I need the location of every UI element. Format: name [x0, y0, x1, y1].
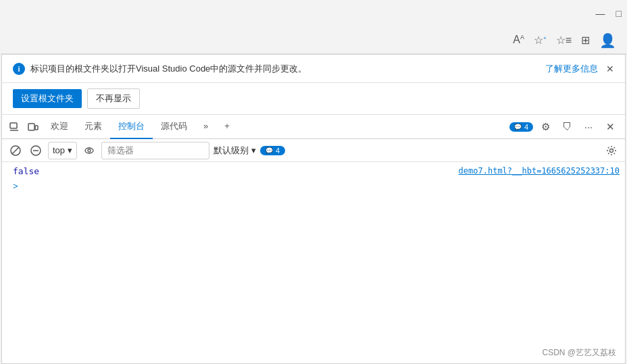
console-toolbar: top ▾ 默认级别 ▾ 💬 4 [2, 139, 625, 162]
tab-device-icon[interactable] [24, 118, 43, 136]
console-badge: 💬 4 [509, 122, 533, 132]
console-source-link[interactable]: demo7.html?__hbt=1665625252337:10 [459, 166, 620, 176]
svg-rect-2 [28, 124, 34, 130]
console-input-caret[interactable]: > [2, 180, 625, 192]
default-level-label: 默认级别 [214, 145, 249, 157]
collections-icon[interactable]: ⊞ [581, 34, 590, 47]
tab-console[interactable]: 控制台 [110, 115, 153, 139]
devtools-settings-icon[interactable]: ⚙ [536, 118, 555, 136]
svg-line-5 [12, 147, 19, 154]
never-show-button[interactable]: 不再显示 [87, 88, 140, 109]
tab-right-controls: 💬 4 ⚙ ⛉ ··· ✕ [509, 118, 622, 136]
tab-add[interactable]: + [216, 115, 238, 139]
info-banner-text: 标识项目的根文件夹以打开Visual Studio Code中的源文件并同步更改… [30, 63, 307, 75]
favorites-icon[interactable]: ☆≡ [556, 34, 572, 47]
devtools-panel: i 标识项目的根文件夹以打开Visual Studio Code中的源文件并同步… [1, 54, 626, 364]
action-buttons-bar: 设置根文件夹 不再显示 [2, 83, 625, 115]
info-banner: i 标识项目的根文件夹以打开Visual Studio Code中的源文件并同步… [2, 55, 625, 83]
title-bar: — □ [0, 0, 627, 27]
tab-inspect-icon[interactable] [5, 118, 24, 136]
browser-toolbar: AA ☆+ ☆≡ ⊞ 👤 [0, 27, 627, 54]
profile-icon[interactable]: 👤 [599, 32, 616, 49]
maximize-button[interactable]: □ [616, 8, 622, 19]
console-settings-icon[interactable] [603, 142, 620, 159]
minimize-button[interactable]: — [596, 8, 605, 19]
context-selector-dropdown-icon: ▾ [68, 145, 72, 155]
devtools-close-icon[interactable]: ✕ [601, 118, 620, 136]
tab-more[interactable]: » [195, 115, 216, 139]
footer-watermark: CSDN @艺艺又荔枝 [542, 347, 616, 359]
badge-icon: 💬 [266, 147, 273, 154]
default-level-dropdown-icon: ▾ [251, 145, 256, 155]
window-controls: — □ [596, 8, 622, 19]
console-output: false demo7.html?__hbt=1665625252337:10 … [2, 162, 625, 363]
font-icon[interactable]: AA [513, 34, 524, 46]
svg-rect-3 [35, 126, 38, 130]
console-clear-icon[interactable] [7, 142, 24, 159]
set-root-button[interactable]: 设置根文件夹 [13, 89, 82, 108]
svg-point-8 [85, 148, 93, 153]
console-badge-icon: 💬 [514, 124, 522, 130]
filter-input[interactable] [101, 142, 209, 159]
info-close-button[interactable]: ✕ [606, 63, 614, 74]
svg-point-9 [88, 149, 91, 152]
badge-count: 4 [276, 147, 280, 155]
context-selector[interactable]: top ▾ [48, 142, 77, 159]
devtools-tabs-bar: 欢迎 元素 控制台 源代码 » + 💬 4 ⚙ ⛉ ··· ✕ [2, 115, 625, 139]
devtools-profile-icon[interactable]: ⛉ [557, 118, 576, 136]
default-level-selector[interactable]: 默认级别 ▾ [214, 145, 256, 157]
console-message-badge: 💬 4 [260, 146, 285, 155]
footer-text: CSDN @艺艺又荔枝 [542, 348, 616, 357]
table-row: false demo7.html?__hbt=1665625252337:10 [2, 165, 625, 180]
tab-elements[interactable]: 元素 [76, 115, 110, 139]
devtools-more-icon[interactable]: ··· [579, 118, 598, 136]
tab-sources[interactable]: 源代码 [153, 115, 195, 139]
favorite-add-icon[interactable]: ☆+ [534, 34, 547, 47]
info-banner-content: i 标识项目的根文件夹以打开Visual Studio Code中的源文件并同步… [13, 63, 307, 75]
svg-rect-0 [10, 123, 17, 128]
console-eye-icon[interactable] [81, 142, 97, 159]
console-badge-count: 4 [524, 123, 528, 131]
svg-point-10 [610, 149, 613, 152]
tab-welcome[interactable]: 欢迎 [43, 115, 76, 139]
info-banner-actions: 了解更多信息 ✕ [545, 63, 614, 75]
info-icon: i [13, 63, 25, 75]
learn-more-link[interactable]: 了解更多信息 [545, 63, 598, 75]
context-selector-value: top [53, 145, 65, 155]
console-value-false: false [13, 166, 39, 176]
console-no-entry-icon[interactable] [28, 142, 44, 159]
